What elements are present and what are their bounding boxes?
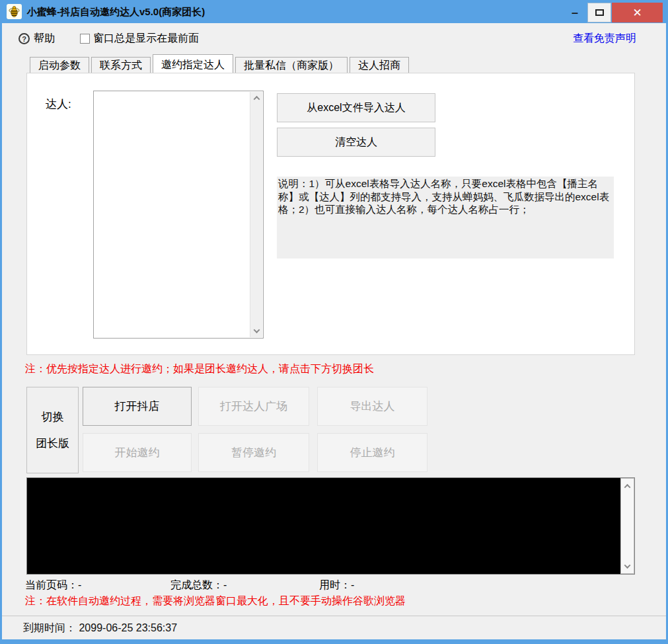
daren-label: 达人: [46, 97, 71, 112]
help-row: ? 帮助 窗口总是显示在最前面 查看免责声明 [2, 32, 666, 49]
invite-tab-panel: 达人: 从excel文件导入达人 清空达人 说明：1）可从excel表格导入达人… [26, 73, 635, 355]
help-menu[interactable]: ? 帮助 [19, 32, 55, 46]
tab-start-params[interactable]: 启动参数 [30, 57, 89, 73]
completed-total-status: 完成总数：- [170, 579, 227, 592]
stop-invite-button: 停止邀约 [317, 433, 427, 472]
elapsed-time-status: 用时：- [319, 579, 354, 592]
maximize-button[interactable] [587, 3, 611, 22]
minimize-icon: – [572, 6, 578, 20]
open-doudian-button[interactable]: 打开抖店 [83, 387, 192, 426]
current-page-value: - [78, 579, 81, 590]
switch-leader-line2: 团长版 [36, 437, 69, 450]
close-icon: ✕ [632, 6, 642, 20]
window-title: 小蜜蜂-抖店自动邀约达人v5.0(商家团长) [27, 0, 205, 23]
title-bar: 小蜜蜂-抖店自动邀约达人v5.0(商家团长) – ✕ [0, 0, 668, 23]
browser-note: 注：在软件自动邀约过程，需要将浏览器窗口最大化，且不要手动操作谷歌浏览器 [25, 594, 406, 608]
instructions-text: 说明：1）可从excel表格导入达人名称，只要excel表格中包含【播主名称】或… [277, 177, 614, 259]
log-output-area [26, 477, 635, 575]
scroll-down-icon[interactable] [250, 325, 263, 337]
close-button[interactable]: ✕ [612, 3, 663, 22]
completed-total-value: - [223, 579, 227, 590]
tab-batch-message-merchant[interactable]: 批量私信（商家版） [235, 57, 348, 73]
expire-time-value: 2099-06-25 23:56:37 [79, 622, 177, 633]
daren-list-input[interactable] [94, 92, 250, 337]
import-excel-button[interactable]: 从excel文件导入达人 [277, 93, 435, 122]
tab-daren-investment[interactable]: 达人招商 [350, 57, 409, 73]
help-label: 帮助 [34, 32, 55, 46]
daren-list-scrollbar[interactable] [250, 92, 262, 337]
expire-time: 到期时间： 2099-06-25 23:56:37 [23, 622, 177, 635]
bottom-status-bar: 到期时间： 2099-06-25 23:56:37 [2, 616, 666, 639]
pause-invite-button: 暂停邀约 [198, 433, 309, 472]
open-daren-square-button: 打开达人广场 [198, 387, 309, 426]
topmost-checkbox-label: 窗口总是显示在最前面 [93, 32, 199, 46]
export-daren-button: 导出达人 [317, 387, 427, 426]
switch-leader-button[interactable]: 切换 团长版 [26, 387, 79, 473]
tab-bar: 启动参数 联系方式 邀约指定达人 批量私信（商家版） 达人招商 [30, 56, 411, 73]
expire-time-label: 到期时间： [23, 622, 76, 633]
log-scroll-up-icon[interactable] [621, 479, 634, 493]
topmost-checkbox[interactable] [80, 34, 90, 44]
client-area: ? 帮助 窗口总是显示在最前面 查看免责声明 启动参数 联系方式 邀约指定达人 … [2, 23, 666, 639]
start-invite-button: 开始邀约 [83, 433, 192, 472]
tab-invite-specified-daren[interactable]: 邀约指定达人 [153, 54, 233, 73]
daren-list-box [93, 91, 264, 339]
priority-note: 注：优先按指定达人进行邀约；如果是团长邀约达人，请点击下方切换团长 [25, 362, 374, 376]
status-line: 当前页码：- 完成总数：- 用时：- [2, 579, 666, 593]
topmost-option: 窗口总是显示在最前面 [80, 32, 199, 46]
log-scrollbar[interactable] [620, 478, 634, 574]
bee-app-icon [7, 4, 22, 19]
help-icon: ? [19, 33, 30, 44]
clear-daren-button[interactable]: 清空达人 [277, 128, 435, 157]
minimize-button[interactable]: – [563, 3, 587, 22]
completed-total-label: 完成总数： [170, 579, 223, 590]
tab-contact-method[interactable]: 联系方式 [91, 57, 151, 73]
app-window: 小蜜蜂-抖店自动邀约达人v5.0(商家团长) – ✕ ? 帮助 窗口总是显示在最… [0, 0, 668, 644]
elapsed-time-value: - [351, 579, 354, 590]
disclaimer-link[interactable]: 查看免责声明 [573, 32, 636, 46]
maximize-icon [595, 9, 604, 16]
bee-icon [8, 5, 20, 18]
elapsed-time-label: 用时： [319, 579, 351, 590]
current-page-status: 当前页码：- [25, 579, 81, 592]
current-page-label: 当前页码： [25, 579, 78, 590]
scroll-up-icon[interactable] [250, 92, 263, 104]
switch-leader-line1: 切换 [42, 411, 64, 423]
log-scroll-down-icon[interactable] [621, 559, 634, 573]
